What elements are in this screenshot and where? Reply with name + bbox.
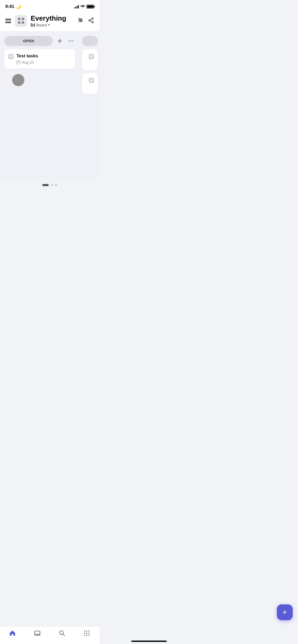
svg-point-6 [81, 20, 82, 21]
svg-point-5 [79, 18, 80, 20]
status-bar: 9:41 🌙 [0, 0, 99, 11]
header-left: Everything Board ▾ [5, 15, 66, 27]
partial-card-1[interactable] [82, 49, 98, 70]
dots-grid-icon [18, 18, 24, 24]
svg-rect-1 [32, 24, 33, 27]
status-time: 9:41 🌙 [5, 4, 21, 9]
chevron-down-icon: ▾ [48, 23, 50, 27]
calendar-icon [16, 60, 21, 64]
status-icons [74, 4, 94, 9]
task-title: Test tasks [16, 53, 71, 59]
column-header-open: OPEN [4, 36, 75, 46]
time-text: 9:41 [5, 4, 14, 9]
header-subtitle[interactable]: Board ▾ [31, 23, 66, 27]
svg-line-11 [90, 19, 92, 20]
page-dot-2 [51, 184, 53, 186]
task-date: Aug 23 [16, 60, 71, 65]
partial-column-header [82, 36, 98, 46]
board-column-partial [79, 36, 99, 176]
task-content: Test tasks Aug 23 [16, 53, 71, 65]
task-card[interactable]: Test tasks Aug 23 [4, 49, 75, 69]
menu-icon[interactable] [5, 19, 11, 23]
filter-icon[interactable] [78, 17, 83, 24]
svg-point-15 [69, 40, 70, 42]
svg-rect-18 [17, 61, 20, 64]
wifi-icon [80, 4, 85, 9]
page-dots [0, 180, 99, 190]
page-dot-3 [55, 184, 57, 186]
drag-handle[interactable] [12, 74, 24, 86]
svg-line-12 [90, 21, 92, 22]
moon-icon: 🌙 [16, 4, 21, 9]
task-checkbox-partial-1[interactable] [89, 54, 94, 59]
task-checkbox[interactable] [8, 54, 13, 59]
battery-icon [87, 5, 94, 8]
header-right [78, 17, 94, 24]
view-label: Board [36, 23, 47, 27]
task-date-text: Aug 23 [22, 60, 34, 65]
header-title-group: Everything Board ▾ [31, 15, 66, 27]
board-column-open: OPEN Test tasks [0, 36, 79, 176]
svg-point-17 [72, 40, 73, 42]
column-more-button[interactable] [67, 37, 75, 45]
column-add-button[interactable] [56, 37, 64, 45]
svg-point-16 [70, 40, 71, 42]
column-label-open: OPEN [4, 36, 53, 46]
share-icon[interactable] [88, 17, 94, 24]
signal-icon [74, 5, 79, 8]
svg-rect-0 [31, 23, 32, 27]
page-title: Everything [31, 15, 66, 22]
column-label-text: OPEN [23, 39, 34, 43]
board-view-icon [31, 23, 35, 27]
partial-card-2[interactable] [82, 73, 98, 94]
page-dot-1 [42, 184, 49, 186]
app-icon [15, 15, 27, 27]
svg-rect-2 [34, 23, 35, 27]
header: Everything Board ▾ [0, 11, 99, 31]
board-area: OPEN Test tasks [0, 32, 99, 180]
task-checkbox-partial-2[interactable] [89, 78, 94, 83]
